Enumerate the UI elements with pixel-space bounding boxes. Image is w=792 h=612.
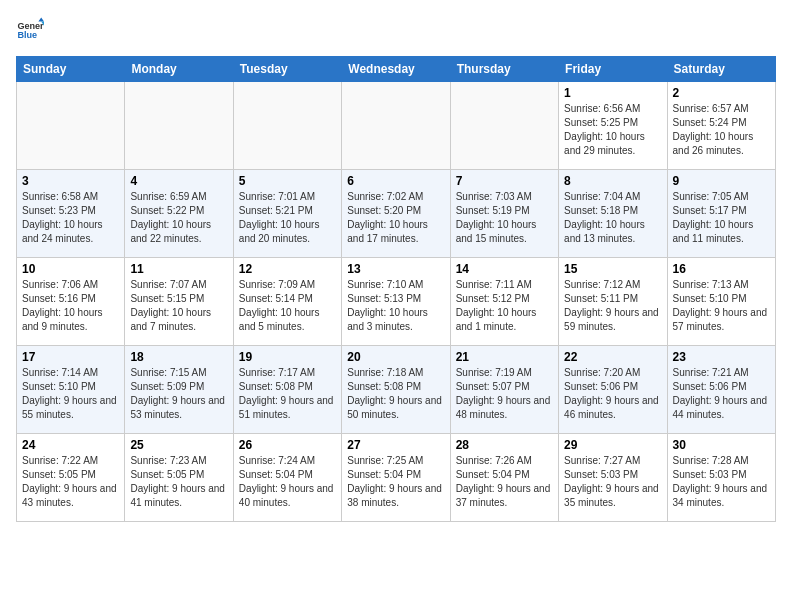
calendar-day-cell: 8Sunrise: 7:04 AM Sunset: 5:18 PM Daylig… xyxy=(559,170,667,258)
calendar-day-cell: 25Sunrise: 7:23 AM Sunset: 5:05 PM Dayli… xyxy=(125,434,233,522)
calendar-day-cell: 4Sunrise: 6:59 AM Sunset: 5:22 PM Daylig… xyxy=(125,170,233,258)
day-info: Sunrise: 7:23 AM Sunset: 5:05 PM Dayligh… xyxy=(130,454,227,510)
logo-icon: General Blue xyxy=(16,16,44,44)
day-number: 3 xyxy=(22,174,119,188)
calendar-header-saturday: Saturday xyxy=(667,57,775,82)
day-number: 24 xyxy=(22,438,119,452)
calendar-day-cell: 16Sunrise: 7:13 AM Sunset: 5:10 PM Dayli… xyxy=(667,258,775,346)
day-number: 12 xyxy=(239,262,336,276)
calendar-day-cell xyxy=(342,82,450,170)
calendar-day-cell: 1Sunrise: 6:56 AM Sunset: 5:25 PM Daylig… xyxy=(559,82,667,170)
calendar-day-cell: 28Sunrise: 7:26 AM Sunset: 5:04 PM Dayli… xyxy=(450,434,558,522)
calendar-day-cell: 23Sunrise: 7:21 AM Sunset: 5:06 PM Dayli… xyxy=(667,346,775,434)
logo: General Blue xyxy=(16,16,44,44)
day-info: Sunrise: 7:26 AM Sunset: 5:04 PM Dayligh… xyxy=(456,454,553,510)
day-info: Sunrise: 7:11 AM Sunset: 5:12 PM Dayligh… xyxy=(456,278,553,334)
calendar-day-cell: 30Sunrise: 7:28 AM Sunset: 5:03 PM Dayli… xyxy=(667,434,775,522)
day-info: Sunrise: 7:03 AM Sunset: 5:19 PM Dayligh… xyxy=(456,190,553,246)
day-number: 15 xyxy=(564,262,661,276)
day-info: Sunrise: 7:13 AM Sunset: 5:10 PM Dayligh… xyxy=(673,278,770,334)
day-number: 4 xyxy=(130,174,227,188)
calendar-day-cell: 5Sunrise: 7:01 AM Sunset: 5:21 PM Daylig… xyxy=(233,170,341,258)
day-info: Sunrise: 7:05 AM Sunset: 5:17 PM Dayligh… xyxy=(673,190,770,246)
day-info: Sunrise: 7:06 AM Sunset: 5:16 PM Dayligh… xyxy=(22,278,119,334)
day-number: 28 xyxy=(456,438,553,452)
calendar-day-cell: 24Sunrise: 7:22 AM Sunset: 5:05 PM Dayli… xyxy=(17,434,125,522)
svg-text:General: General xyxy=(17,21,44,31)
calendar-day-cell xyxy=(450,82,558,170)
day-number: 13 xyxy=(347,262,444,276)
day-info: Sunrise: 7:22 AM Sunset: 5:05 PM Dayligh… xyxy=(22,454,119,510)
calendar-day-cell: 27Sunrise: 7:25 AM Sunset: 5:04 PM Dayli… xyxy=(342,434,450,522)
day-info: Sunrise: 7:28 AM Sunset: 5:03 PM Dayligh… xyxy=(673,454,770,510)
day-number: 27 xyxy=(347,438,444,452)
calendar-day-cell: 18Sunrise: 7:15 AM Sunset: 5:09 PM Dayli… xyxy=(125,346,233,434)
day-info: Sunrise: 7:12 AM Sunset: 5:11 PM Dayligh… xyxy=(564,278,661,334)
day-info: Sunrise: 7:21 AM Sunset: 5:06 PM Dayligh… xyxy=(673,366,770,422)
calendar-day-cell: 9Sunrise: 7:05 AM Sunset: 5:17 PM Daylig… xyxy=(667,170,775,258)
calendar-header-row: SundayMondayTuesdayWednesdayThursdayFrid… xyxy=(17,57,776,82)
day-info: Sunrise: 7:17 AM Sunset: 5:08 PM Dayligh… xyxy=(239,366,336,422)
day-number: 16 xyxy=(673,262,770,276)
day-number: 22 xyxy=(564,350,661,364)
day-info: Sunrise: 7:02 AM Sunset: 5:20 PM Dayligh… xyxy=(347,190,444,246)
calendar-day-cell: 15Sunrise: 7:12 AM Sunset: 5:11 PM Dayli… xyxy=(559,258,667,346)
day-info: Sunrise: 6:56 AM Sunset: 5:25 PM Dayligh… xyxy=(564,102,661,158)
day-number: 29 xyxy=(564,438,661,452)
day-number: 18 xyxy=(130,350,227,364)
day-number: 30 xyxy=(673,438,770,452)
day-info: Sunrise: 7:27 AM Sunset: 5:03 PM Dayligh… xyxy=(564,454,661,510)
calendar-table: SundayMondayTuesdayWednesdayThursdayFrid… xyxy=(16,56,776,522)
day-info: Sunrise: 7:01 AM Sunset: 5:21 PM Dayligh… xyxy=(239,190,336,246)
day-info: Sunrise: 6:57 AM Sunset: 5:24 PM Dayligh… xyxy=(673,102,770,158)
calendar-day-cell: 13Sunrise: 7:10 AM Sunset: 5:13 PM Dayli… xyxy=(342,258,450,346)
day-info: Sunrise: 6:59 AM Sunset: 5:22 PM Dayligh… xyxy=(130,190,227,246)
calendar-header-thursday: Thursday xyxy=(450,57,558,82)
day-number: 2 xyxy=(673,86,770,100)
calendar-day-cell: 3Sunrise: 6:58 AM Sunset: 5:23 PM Daylig… xyxy=(17,170,125,258)
day-info: Sunrise: 7:14 AM Sunset: 5:10 PM Dayligh… xyxy=(22,366,119,422)
day-number: 11 xyxy=(130,262,227,276)
calendar-day-cell: 19Sunrise: 7:17 AM Sunset: 5:08 PM Dayli… xyxy=(233,346,341,434)
day-number: 10 xyxy=(22,262,119,276)
day-info: Sunrise: 7:19 AM Sunset: 5:07 PM Dayligh… xyxy=(456,366,553,422)
day-number: 14 xyxy=(456,262,553,276)
day-number: 17 xyxy=(22,350,119,364)
day-number: 23 xyxy=(673,350,770,364)
day-number: 5 xyxy=(239,174,336,188)
svg-text:Blue: Blue xyxy=(17,30,37,40)
calendar-header-friday: Friday xyxy=(559,57,667,82)
calendar-header-wednesday: Wednesday xyxy=(342,57,450,82)
svg-marker-2 xyxy=(38,17,44,21)
calendar-day-cell: 10Sunrise: 7:06 AM Sunset: 5:16 PM Dayli… xyxy=(17,258,125,346)
day-number: 8 xyxy=(564,174,661,188)
calendar-day-cell: 22Sunrise: 7:20 AM Sunset: 5:06 PM Dayli… xyxy=(559,346,667,434)
day-number: 21 xyxy=(456,350,553,364)
day-info: Sunrise: 7:20 AM Sunset: 5:06 PM Dayligh… xyxy=(564,366,661,422)
calendar-week-row: 10Sunrise: 7:06 AM Sunset: 5:16 PM Dayli… xyxy=(17,258,776,346)
day-info: Sunrise: 7:15 AM Sunset: 5:09 PM Dayligh… xyxy=(130,366,227,422)
day-info: Sunrise: 7:09 AM Sunset: 5:14 PM Dayligh… xyxy=(239,278,336,334)
calendar-day-cell: 26Sunrise: 7:24 AM Sunset: 5:04 PM Dayli… xyxy=(233,434,341,522)
day-info: Sunrise: 6:58 AM Sunset: 5:23 PM Dayligh… xyxy=(22,190,119,246)
calendar-week-row: 17Sunrise: 7:14 AM Sunset: 5:10 PM Dayli… xyxy=(17,346,776,434)
page-header: General Blue xyxy=(16,16,776,44)
day-info: Sunrise: 7:10 AM Sunset: 5:13 PM Dayligh… xyxy=(347,278,444,334)
calendar-week-row: 3Sunrise: 6:58 AM Sunset: 5:23 PM Daylig… xyxy=(17,170,776,258)
calendar-day-cell: 17Sunrise: 7:14 AM Sunset: 5:10 PM Dayli… xyxy=(17,346,125,434)
calendar-week-row: 24Sunrise: 7:22 AM Sunset: 5:05 PM Dayli… xyxy=(17,434,776,522)
calendar-week-row: 1Sunrise: 6:56 AM Sunset: 5:25 PM Daylig… xyxy=(17,82,776,170)
day-info: Sunrise: 7:24 AM Sunset: 5:04 PM Dayligh… xyxy=(239,454,336,510)
calendar-day-cell xyxy=(125,82,233,170)
day-number: 26 xyxy=(239,438,336,452)
calendar-header-sunday: Sunday xyxy=(17,57,125,82)
day-number: 6 xyxy=(347,174,444,188)
calendar-day-cell: 29Sunrise: 7:27 AM Sunset: 5:03 PM Dayli… xyxy=(559,434,667,522)
day-number: 25 xyxy=(130,438,227,452)
calendar-day-cell: 21Sunrise: 7:19 AM Sunset: 5:07 PM Dayli… xyxy=(450,346,558,434)
day-number: 19 xyxy=(239,350,336,364)
day-info: Sunrise: 7:07 AM Sunset: 5:15 PM Dayligh… xyxy=(130,278,227,334)
day-info: Sunrise: 7:04 AM Sunset: 5:18 PM Dayligh… xyxy=(564,190,661,246)
calendar-day-cell: 11Sunrise: 7:07 AM Sunset: 5:15 PM Dayli… xyxy=(125,258,233,346)
day-number: 20 xyxy=(347,350,444,364)
